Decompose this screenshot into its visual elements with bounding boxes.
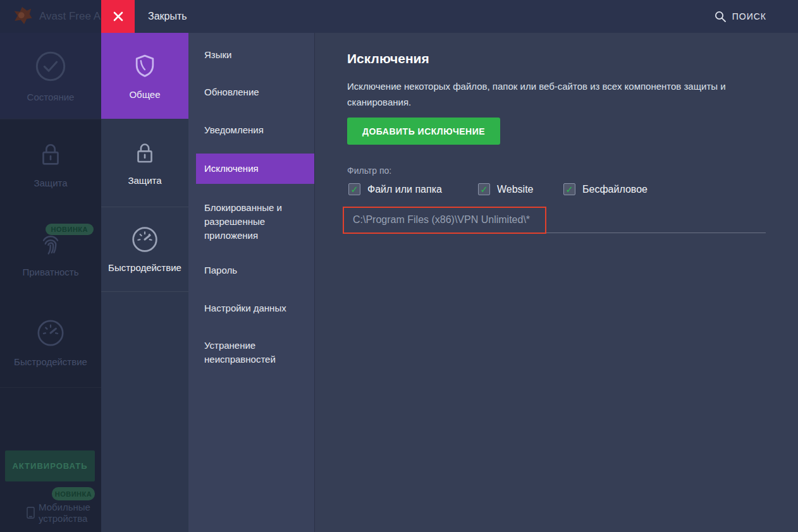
checkbox-box[interactable]	[563, 183, 575, 195]
menu-item-exceptions[interactable]: Исключения	[196, 154, 314, 184]
settings-tab-label: Общее	[129, 89, 160, 100]
filter-by-label: Фильтр по:	[347, 166, 391, 176]
new-feature-badge: НОВИНКА	[46, 224, 94, 235]
lock-icon	[36, 140, 65, 169]
sidebar-item-privacy[interactable]: НОВИНКА Приватность	[0, 209, 101, 298]
settings-submenu: Языки Обновление Уведомления Исключения …	[188, 33, 314, 532]
sidebar-item-status[interactable]: Состояние	[0, 33, 101, 119]
settings-category-nav: Общее Защита Быстродействие	[101, 33, 188, 532]
menu-item-data-settings[interactable]: Настройки данных	[188, 301, 314, 315]
checkbox-website[interactable]: Website	[478, 183, 534, 195]
page-title: Исключения	[347, 51, 429, 66]
exclusion-path-input[interactable]: C:\Program Files (x86)\VPN Unlimited\*	[347, 207, 766, 233]
checkbox-checked-icon	[565, 184, 574, 194]
mobile-new-badge: НОВИНКА	[52, 487, 95, 500]
menu-item-languages[interactable]: Языки	[188, 48, 314, 62]
menu-item-notifications[interactable]: Уведомления	[188, 123, 314, 137]
settings-tab-performance[interactable]: Быстродействие	[101, 207, 188, 292]
checkbox-file-or-folder[interactable]: Файл или папка	[348, 183, 442, 195]
checkbox-label: Файл или папка	[367, 184, 442, 195]
status-check-icon	[34, 50, 67, 83]
checkbox-box[interactable]	[478, 183, 490, 195]
checkbox-label: Website	[497, 184, 534, 195]
shield-icon	[131, 52, 159, 80]
avast-logo-icon	[10, 4, 34, 28]
close-icon	[112, 10, 125, 23]
gauge-icon	[36, 318, 65, 348]
avast-settings-window: Avast Free A Закрыть ПОИСК Состояние	[0, 0, 798, 532]
settings-tab-general[interactable]: Общее	[101, 33, 188, 119]
search-label: ПОИСК	[732, 11, 766, 21]
menu-item-update[interactable]: Обновление	[188, 85, 314, 99]
exceptions-panel: Исключения Исключение некоторых файлов, …	[314, 33, 798, 532]
settings-tab-protection[interactable]: Защита	[101, 119, 188, 207]
main-sidebar: Состояние Защита НОВИНКА Приватность	[0, 33, 101, 532]
page-description: Исключение некоторых файлов, папок или в…	[347, 78, 766, 110]
settings-tab-label: Защита	[128, 175, 161, 186]
sidebar-item-label: Защита	[34, 178, 67, 188]
settings-tab-label: Быстродействие	[108, 262, 181, 273]
menu-item-troubleshooting[interactable]: Устранение неисправностей	[188, 339, 314, 366]
mobile-phone-icon	[27, 507, 35, 519]
checkbox-label: Бесфайловое	[582, 184, 648, 195]
checkbox-checked-icon	[480, 184, 488, 194]
sidebar-item-label: Мобильные устройства	[39, 502, 97, 524]
lock-icon	[132, 140, 158, 166]
menu-item-password[interactable]: Пароль	[188, 263, 314, 277]
exclusion-path-value: C:\Program Files (x86)\VPN Unlimited\*	[347, 214, 530, 226]
sidebar-item-label: Приватность	[23, 267, 79, 277]
title-bar: Avast Free A Закрыть ПОИСК	[0, 0, 798, 33]
search-button[interactable]: ПОИСК	[715, 0, 766, 33]
menu-item-blocked-allowed-apps[interactable]: Блокированные и разрешенные приложения	[188, 201, 314, 243]
add-exception-button[interactable]: ДОБАВИТЬ ИСКЛЮЧЕНИЕ	[347, 118, 500, 145]
search-icon	[715, 11, 727, 23]
checkbox-checked-icon	[350, 184, 359, 194]
close-button-label[interactable]: Закрыть	[148, 0, 187, 33]
sidebar-item-mobile-devices[interactable]: Мобильные устройства	[27, 502, 97, 524]
close-x-button[interactable]	[101, 0, 135, 33]
sidebar-item-label: Состояние	[27, 92, 75, 102]
app-brand: Avast Free A	[0, 0, 101, 33]
activate-button[interactable]: АКТИВИРОВАТЬ	[5, 450, 95, 481]
sidebar-item-label: Быстродействие	[14, 356, 87, 367]
gauge-icon	[131, 226, 159, 253]
sidebar-item-protection[interactable]: Защита	[0, 119, 101, 209]
app-title: Avast Free A	[39, 10, 101, 23]
checkbox-box[interactable]	[348, 183, 360, 195]
checkbox-fileless[interactable]: Бесфайловое	[563, 183, 648, 195]
sidebar-item-performance[interactable]: Быстродействие	[0, 298, 101, 388]
